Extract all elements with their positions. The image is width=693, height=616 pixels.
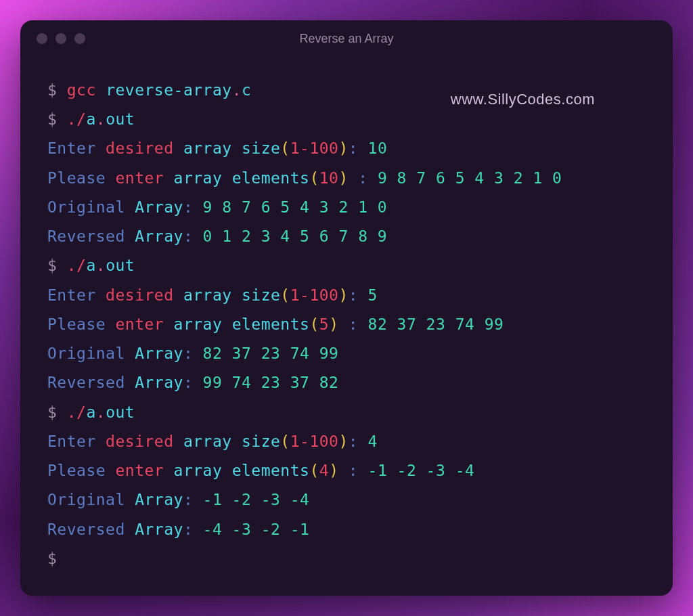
compile-cmd-file: reverse-array bbox=[106, 81, 232, 99]
terminal-line-original: Original Array: 9 8 7 6 5 4 3 2 1 0 bbox=[47, 193, 646, 222]
terminal-line-original: Original Array: 82 37 23 74 99 bbox=[47, 339, 646, 368]
terminal-line-size-prompt: Enter desired array size(1-100): 10 bbox=[47, 134, 646, 163]
terminal-line-size-prompt: Enter desired array size(1-100): 4 bbox=[47, 427, 646, 456]
terminal-line-run: $ ./a.out bbox=[47, 251, 646, 280]
traffic-lights bbox=[37, 33, 85, 44]
close-icon[interactable] bbox=[37, 33, 47, 44]
prompt: $ bbox=[47, 81, 57, 99]
terminal-window: Reverse an Array www.SillyCodes.com $ gc… bbox=[20, 20, 673, 596]
terminal-line-prompt: $ bbox=[47, 544, 646, 573]
terminal-line-original: Original Array: -1 -2 -3 -4 bbox=[47, 485, 646, 514]
terminal-line-reversed: Reversed Array: -4 -3 -2 -1 bbox=[47, 515, 646, 544]
terminal-content[interactable]: www.SillyCodes.com $ gcc reverse-array.c… bbox=[20, 57, 673, 596]
watermark: www.SillyCodes.com bbox=[451, 85, 595, 113]
window-title: Reverse an Array bbox=[299, 32, 393, 46]
terminal-line-reversed: Reversed Array: 99 74 23 37 82 bbox=[47, 368, 646, 397]
terminal-line-size-prompt: Enter desired array size(1-100): 5 bbox=[47, 281, 646, 310]
terminal-line-run: $ ./a.out bbox=[47, 398, 646, 427]
terminal-line-elements-prompt: Please enter array elements(10) : 9 8 7 … bbox=[47, 164, 646, 193]
terminal-line-elements-prompt: Please enter array elements(4) : -1 -2 -… bbox=[47, 456, 646, 485]
maximize-icon[interactable] bbox=[74, 33, 85, 44]
title-bar: Reverse an Array bbox=[20, 20, 673, 57]
minimize-icon[interactable] bbox=[55, 33, 66, 44]
terminal-line-reversed: Reversed Array: 0 1 2 3 4 5 6 7 8 9 bbox=[47, 222, 646, 251]
compile-cmd-gcc: gcc bbox=[67, 81, 96, 99]
terminal-line-elements-prompt: Please enter array elements(5) : 82 37 2… bbox=[47, 310, 646, 339]
